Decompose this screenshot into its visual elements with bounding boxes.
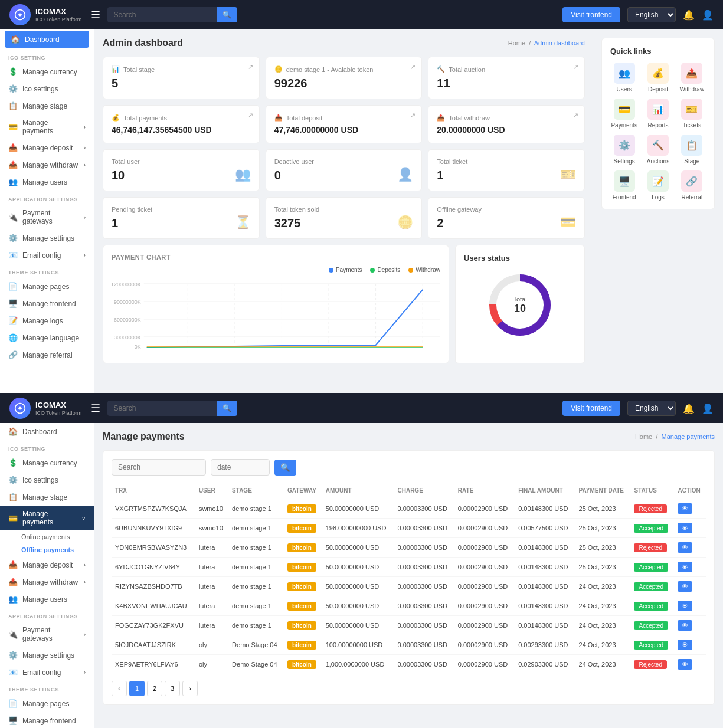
quick-link-auctions[interactable]: 🔨 Auctions — [644, 135, 672, 165]
quick-link-deposit[interactable]: 💰 Deposit — [644, 63, 672, 93]
sidebar-item-ico-settings[interactable]: ⚙️ Ico settings — [0, 80, 94, 97]
user-icon-1[interactable]: 👤 — [702, 9, 714, 21]
user-icon-2[interactable]: 👤 — [702, 403, 714, 414]
sidebar-item-manage-stage[interactable]: 📋 Manage stage — [0, 97, 94, 114]
quick-link-settings[interactable]: ⚙️ Settings — [610, 135, 638, 165]
sidebar-item-manage-settings[interactable]: ⚙️ Manage settings — [0, 229, 94, 247]
total-deposit-link[interactable]: ↗ — [410, 112, 416, 119]
breadcrumb-home-link[interactable]: Home — [508, 40, 525, 47]
total-payments-link[interactable]: ↗ — [248, 112, 253, 119]
total-withdraw-icon: 📤 — [437, 114, 445, 122]
language-select-1[interactable]: English French Spanish — [627, 7, 676, 22]
stat-card-total-token-sold: Total token sold 3275 🪙 — [266, 197, 423, 239]
app-subtitle: ICO Token Platform — [35, 17, 81, 22]
sidebar-item-manage-frontend[interactable]: 🖥️ Manage frontend — [0, 295, 94, 312]
sidebar2-item-manage-frontend[interactable]: 🖥️ Manage frontend — [0, 712, 94, 728]
view-button[interactable]: 👁 — [678, 640, 692, 650]
bell-icon-1[interactable]: 🔔 — [683, 9, 695, 21]
sidebar-item-manage-users[interactable]: 👥 Manage users — [0, 173, 94, 191]
sidebar2-item-manage-payments[interactable]: 💳 Manage payments ∨ — [0, 506, 94, 530]
search-input-1[interactable] — [107, 7, 217, 22]
available-token-icon: 🪙 — [274, 65, 283, 73]
table-row: 6UBUNNKUVY9TXIG9 swmo10 demo stage 1 bit… — [112, 519, 706, 538]
view-button[interactable]: 👁 — [678, 562, 692, 572]
sidebar-item-manage-currency[interactable]: 💲 Manage currency — [0, 63, 94, 80]
page-button-1[interactable]: 1 — [129, 681, 145, 696]
quick-link-users[interactable]: 👥 Users — [610, 63, 638, 93]
quick-link-payments[interactable]: 💳 Payments — [610, 99, 638, 129]
users-icon: 👥 — [614, 63, 635, 84]
page-button-3[interactable]: 3 — [165, 681, 180, 696]
visit-frontend-button-1[interactable]: Visit frontend — [562, 7, 620, 22]
view-button[interactable]: 👁 — [678, 659, 692, 670]
sidebar2-item-email-config[interactable]: 📧 Email config › — [0, 664, 94, 681]
sidebar-item-manage-pages[interactable]: 📄 Manage pages — [0, 278, 94, 295]
svg-text:30000000K: 30000000K — [114, 335, 141, 340]
sidebar2-item-payment-gateways[interactable]: 🔌 Payment gateways › — [0, 622, 94, 647]
total-auction-link[interactable]: ↗ — [573, 63, 578, 71]
view-button[interactable]: 👁 — [678, 620, 692, 631]
view-button[interactable]: 👁 — [678, 503, 692, 514]
sidebar-item-manage-withdraw[interactable]: 📤 Manage withdraw › — [0, 156, 94, 173]
sidebar2-label-manage-users: Manage users — [22, 595, 67, 604]
breadcrumb-home-link-2[interactable]: Home — [635, 433, 652, 440]
stat-card-total-stage: 📊 Total stage 5 ↗ — [103, 57, 260, 99]
view-button[interactable]: 👁 — [678, 523, 692, 533]
sidebar2-item-manage-pages[interactable]: 📄 Manage pages — [0, 695, 94, 712]
search-button-2[interactable]: 🔍 — [217, 401, 237, 416]
sidebar2-item-manage-withdraw[interactable]: 📤 Manage withdraw › — [0, 573, 94, 591]
view-button[interactable]: 👁 — [678, 601, 692, 611]
search-button-1[interactable]: 🔍 — [217, 7, 237, 22]
sidebar2-item-manage-stage[interactable]: 📋 Manage stage — [0, 488, 94, 506]
sidebar-item-payment-gateways[interactable]: 🔌 Payment gateways › — [0, 205, 94, 229]
visit-frontend-button-2[interactable]: Visit frontend — [562, 401, 620, 416]
next-page-button[interactable]: › — [182, 681, 198, 696]
language-select-2[interactable]: English French Spanish — [627, 401, 676, 416]
sidebar-label-manage-settings: Manage settings — [22, 234, 74, 242]
table-search-input[interactable] — [112, 459, 206, 476]
sidebar-item-manage-referral[interactable]: 🔗 Manage referral — [0, 346, 94, 363]
view-button[interactable]: 👁 — [678, 581, 692, 592]
sidebar-item-manage-deposit[interactable]: 📥 Manage deposit › — [0, 139, 94, 156]
manage-withdraw-icon: 📤 — [8, 160, 18, 169]
sidebar2-item-ico-settings[interactable]: ⚙️ Ico settings — [0, 471, 94, 488]
sidebar2-item-manage-currency[interactable]: 💲 Manage currency — [0, 454, 94, 471]
quick-link-frontend[interactable]: 🖥️ Frontend — [610, 170, 638, 201]
page-button-2[interactable]: 2 — [147, 681, 162, 696]
quick-link-tickets[interactable]: 🎫 Tickets — [678, 99, 706, 129]
quick-link-reports[interactable]: 📊 Reports — [644, 99, 672, 129]
sidebar2-item-manage-settings[interactable]: ⚙️ Manage settings — [0, 647, 94, 664]
search-input-2[interactable] — [107, 401, 217, 416]
status-badge: Accepted — [634, 563, 668, 572]
sidebar2-item-dashboard[interactable]: 🏠 Dashboard — [0, 423, 94, 440]
bell-icon-2[interactable]: 🔔 — [683, 403, 695, 414]
sidebar-item-email-config[interactable]: 📧 Email config › — [0, 247, 94, 264]
sidebar-item-manage-payments[interactable]: 💳 Manage payments › — [0, 114, 94, 139]
date-input[interactable] — [211, 459, 270, 476]
hamburger-button[interactable]: ☰ — [91, 8, 100, 21]
quick-link-stage[interactable]: 📋 Stage — [678, 135, 706, 165]
total-token-sold-value: 3275 — [274, 217, 414, 230]
cell-amount: 50.00000000 USD — [322, 616, 394, 635]
sidebar2-item-manage-users[interactable]: 👥 Manage users — [0, 591, 94, 608]
available-token-link[interactable]: ↗ — [410, 63, 416, 71]
quick-link-withdraw[interactable]: 📤 Withdraw — [678, 63, 706, 93]
sidebar2-sub-online-payments[interactable]: Online payments — [0, 530, 94, 543]
prev-page-button[interactable]: ‹ — [112, 681, 127, 696]
cell-action: 👁 — [674, 596, 706, 616]
quick-link-logs[interactable]: 📝 Logs — [644, 170, 672, 201]
sidebar2-item-manage-deposit[interactable]: 📥 Manage deposit › — [0, 556, 94, 573]
total-withdraw-link[interactable]: ↗ — [573, 112, 578, 119]
sidebar-item-manage-logs[interactable]: 📝 Manage logs — [0, 312, 94, 329]
table-search-button[interactable]: 🔍 — [274, 460, 296, 476]
sidebar-item-manage-language[interactable]: 🌐 Manage language — [0, 329, 94, 346]
sidebar2-sub-offline-payments[interactable]: Offline payments — [0, 543, 94, 556]
cell-stage: demo stage 1 — [228, 616, 284, 635]
total-stage-link[interactable]: ↗ — [248, 63, 253, 71]
cell-trx: XEP9AETRY6LFIAY6 — [112, 655, 195, 674]
sidebar-item-dashboard[interactable]: 🏠 Dashboard — [5, 31, 89, 48]
hamburger-button-2[interactable]: ☰ — [91, 402, 100, 415]
breadcrumb-dashboard: Home / Admin dashboard — [508, 40, 585, 47]
quick-link-referral[interactable]: 🔗 Referral — [678, 170, 706, 201]
view-button[interactable]: 👁 — [678, 542, 692, 553]
